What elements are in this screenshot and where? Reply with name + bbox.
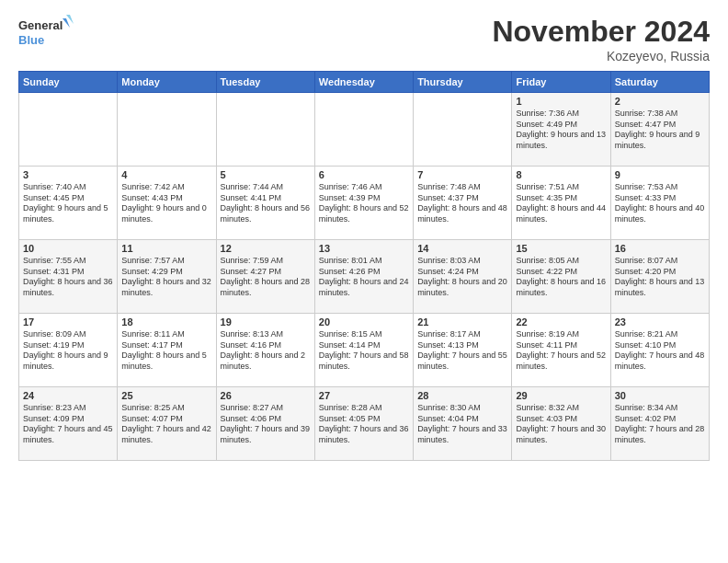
day-info: Sunset: 4:16 PM (221, 340, 311, 351)
day-info: Sunrise: 8:07 AM (615, 256, 705, 267)
calendar-cell: 12Sunrise: 7:59 AMSunset: 4:27 PMDayligh… (216, 240, 314, 314)
day-info: Daylight: 8 hours and 20 minutes. (417, 277, 507, 298)
calendar-cell: 19Sunrise: 8:13 AMSunset: 4:16 PMDayligh… (216, 314, 314, 387)
day-number: 26 (221, 390, 311, 401)
header-tuesday: Tuesday (216, 72, 314, 93)
day-number: 7 (417, 169, 507, 180)
day-info: Sunrise: 8:13 AM (221, 329, 311, 340)
calendar-cell: 24Sunrise: 8:23 AMSunset: 4:09 PMDayligh… (19, 387, 118, 461)
day-number: 11 (121, 243, 211, 254)
day-number: 4 (121, 169, 211, 180)
day-number: 13 (319, 243, 409, 254)
day-info: Daylight: 7 hours and 42 minutes. (121, 424, 211, 445)
day-info: Sunrise: 8:23 AM (23, 403, 113, 414)
calendar-week-1: 1Sunrise: 7:36 AMSunset: 4:49 PMDaylight… (19, 93, 710, 167)
calendar-cell: 2Sunrise: 7:38 AMSunset: 4:47 PMDaylight… (610, 93, 709, 167)
calendar-cell: 27Sunrise: 8:28 AMSunset: 4:05 PMDayligh… (314, 387, 413, 461)
day-number: 10 (23, 243, 113, 254)
day-info: Daylight: 8 hours and 40 minutes. (615, 203, 705, 224)
calendar-cell: 8Sunrise: 7:51 AMSunset: 4:35 PMDaylight… (512, 167, 610, 240)
calendar-cell (216, 93, 314, 167)
day-info: Sunrise: 7:53 AM (615, 182, 705, 193)
day-info: Sunset: 4:19 PM (23, 340, 113, 351)
calendar-cell: 26Sunrise: 8:27 AMSunset: 4:06 PMDayligh… (216, 387, 314, 461)
calendar-cell: 29Sunrise: 8:32 AMSunset: 4:03 PMDayligh… (512, 387, 610, 461)
day-info: Daylight: 7 hours and 48 minutes. (615, 350, 705, 372)
calendar-cell: 14Sunrise: 8:03 AMSunset: 4:24 PMDayligh… (414, 240, 512, 314)
day-info: Sunset: 4:17 PM (121, 340, 211, 351)
calendar-cell: 18Sunrise: 8:11 AMSunset: 4:17 PMDayligh… (118, 314, 216, 387)
day-number: 3 (23, 169, 113, 180)
day-info: Daylight: 7 hours and 52 minutes. (516, 350, 606, 372)
day-info: Daylight: 8 hours and 13 minutes. (615, 277, 705, 298)
day-info: Daylight: 7 hours and 39 minutes. (221, 424, 311, 445)
day-info: Sunset: 4:02 PM (615, 414, 705, 425)
day-info: Daylight: 7 hours and 45 minutes. (23, 424, 113, 445)
logo: General Blue (18, 15, 74, 52)
day-info: Daylight: 8 hours and 2 minutes. (221, 350, 311, 372)
day-info: Sunset: 4:14 PM (319, 340, 409, 351)
day-info: Daylight: 8 hours and 36 minutes. (23, 277, 113, 298)
calendar-week-3: 10Sunrise: 7:55 AMSunset: 4:31 PMDayligh… (19, 240, 710, 314)
header-thursday: Thursday (414, 72, 512, 93)
day-info: Daylight: 8 hours and 52 minutes. (319, 203, 409, 224)
day-number: 25 (121, 390, 211, 401)
day-number: 28 (417, 390, 507, 401)
day-number: 29 (516, 390, 606, 401)
day-number: 30 (615, 390, 705, 401)
day-info: Sunrise: 8:15 AM (319, 329, 409, 340)
day-info: Sunrise: 8:27 AM (221, 403, 311, 414)
day-info: Sunrise: 7:42 AM (121, 182, 211, 193)
day-info: Sunrise: 7:48 AM (417, 182, 507, 193)
day-info: Sunset: 4:24 PM (417, 267, 507, 278)
calendar-cell: 15Sunrise: 8:05 AMSunset: 4:22 PMDayligh… (512, 240, 610, 314)
calendar-cell: 23Sunrise: 8:21 AMSunset: 4:10 PMDayligh… (610, 314, 709, 387)
day-info: Sunrise: 8:25 AM (121, 403, 211, 414)
day-info: Sunset: 4:05 PM (319, 414, 409, 425)
calendar-cell: 10Sunrise: 7:55 AMSunset: 4:31 PMDayligh… (19, 240, 118, 314)
svg-text:Blue: Blue (18, 33, 44, 47)
day-info: Sunrise: 8:21 AM (615, 329, 705, 340)
day-number: 27 (319, 390, 409, 401)
calendar-cell: 4Sunrise: 7:42 AMSunset: 4:43 PMDaylight… (118, 167, 216, 240)
calendar-cell: 6Sunrise: 7:46 AMSunset: 4:39 PMDaylight… (314, 167, 413, 240)
day-info: Sunrise: 8:32 AM (516, 403, 606, 414)
day-info: Sunrise: 7:40 AM (23, 182, 113, 193)
header-friday: Friday (512, 72, 610, 93)
day-info: Sunset: 4:06 PM (221, 414, 311, 425)
day-info: Daylight: 7 hours and 30 minutes. (516, 424, 606, 445)
svg-text:General: General (18, 18, 63, 32)
day-info: Sunrise: 8:17 AM (417, 329, 507, 340)
logo-svg: General Blue (18, 15, 74, 52)
day-info: Sunset: 4:04 PM (417, 414, 507, 425)
day-info: Sunrise: 7:51 AM (516, 182, 606, 193)
header-sunday: Sunday (19, 72, 118, 93)
calendar-cell: 5Sunrise: 7:44 AMSunset: 4:41 PMDaylight… (216, 167, 314, 240)
day-info: Sunset: 4:10 PM (615, 340, 705, 351)
day-info: Sunset: 4:35 PM (516, 193, 606, 204)
day-number: 22 (516, 316, 606, 327)
day-number: 14 (417, 243, 507, 254)
day-info: Sunrise: 7:55 AM (23, 256, 113, 267)
calendar-cell: 17Sunrise: 8:09 AMSunset: 4:19 PMDayligh… (19, 314, 118, 387)
header-monday: Monday (118, 72, 216, 93)
day-info: Sunrise: 7:46 AM (319, 182, 409, 193)
day-info: Sunrise: 8:19 AM (516, 329, 606, 340)
day-info: Daylight: 7 hours and 36 minutes. (319, 424, 409, 445)
day-info: Sunset: 4:37 PM (417, 193, 507, 204)
day-number: 24 (23, 390, 113, 401)
day-number: 2 (615, 96, 705, 107)
day-number: 12 (221, 243, 311, 254)
calendar-cell: 25Sunrise: 8:25 AMSunset: 4:07 PMDayligh… (118, 387, 216, 461)
day-info: Sunset: 4:26 PM (319, 267, 409, 278)
day-info: Sunset: 4:41 PM (221, 193, 311, 204)
day-info: Sunset: 4:39 PM (319, 193, 409, 204)
calendar-week-5: 24Sunrise: 8:23 AMSunset: 4:09 PMDayligh… (19, 387, 710, 461)
day-info: Sunset: 4:22 PM (516, 267, 606, 278)
day-info: Sunrise: 7:44 AM (221, 182, 311, 193)
calendar-cell: 1Sunrise: 7:36 AMSunset: 4:49 PMDaylight… (512, 93, 610, 167)
day-info: Sunrise: 8:05 AM (516, 256, 606, 267)
day-info: Sunset: 4:49 PM (516, 120, 606, 131)
month-title: November 2024 (492, 15, 710, 49)
day-info: Sunset: 4:31 PM (23, 267, 113, 278)
